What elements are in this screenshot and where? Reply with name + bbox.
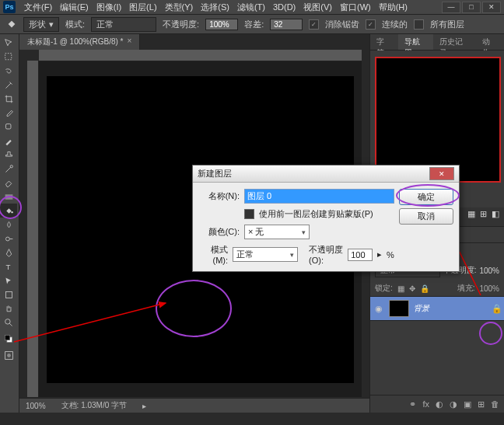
lock-pixels-icon[interactable]: ▦ — [397, 284, 404, 293]
tolerance-label: 容差: — [244, 19, 264, 30]
bucket-tool[interactable] — [0, 204, 17, 218]
dialog-titlebar[interactable]: 新建图层 ✕ — [193, 165, 459, 183]
svg-rect-0 — [5, 53, 11, 59]
minimize-button[interactable]: — — [442, 2, 460, 13]
dialog-close-button[interactable]: ✕ — [429, 167, 454, 180]
svg-text:T: T — [5, 262, 10, 270]
wand-tool[interactable] — [0, 78, 17, 92]
move-tool[interactable] — [0, 36, 17, 50]
menu-filter[interactable]: 滤镜(T) — [233, 2, 269, 13]
bucket-tool-icon — [6, 19, 17, 30]
history-brush-tool[interactable] — [0, 162, 17, 176]
mode-label: 模式: — [65, 19, 85, 30]
menu-select[interactable]: 选择(S) — [197, 2, 233, 13]
zoom-tool[interactable] — [0, 315, 17, 329]
dialog-mode-dropdown[interactable]: 正常 — [233, 247, 298, 262]
lock-position-icon[interactable]: ✥ — [409, 284, 415, 293]
tolerance-field[interactable]: 32 — [270, 19, 303, 30]
menu-layer[interactable]: 图层(L) — [125, 2, 160, 13]
trash-icon[interactable]: 🗑 — [491, 399, 499, 409]
panel-icon[interactable]: ⊞ — [480, 209, 487, 225]
layer-thumbnail[interactable] — [389, 300, 409, 317]
tab-history[interactable]: 历史记录 — [433, 34, 476, 50]
adjustment-layer-icon[interactable]: ◑ — [450, 399, 457, 409]
mode-dropdown[interactable]: 正常 — [91, 17, 156, 32]
layer-fx-icon[interactable]: fx — [422, 399, 429, 409]
brush-tool[interactable] — [0, 134, 17, 148]
link-layers-icon[interactable]: ⚭ — [409, 399, 416, 409]
heal-tool[interactable] — [0, 120, 17, 134]
layer-name-input[interactable]: 图层 0 — [244, 189, 394, 204]
lasso-tool[interactable] — [0, 64, 17, 78]
app-logo: Ps — [3, 1, 16, 13]
path-tool[interactable] — [0, 273, 17, 287]
menu-view[interactable]: 视图(V) — [299, 2, 336, 13]
zoom-display[interactable]: 100% — [26, 402, 46, 410]
fill-type-dropdown[interactable]: 形状 ▾ — [23, 17, 59, 32]
docinfo-display: 文档: 1.03M/0 字节 — [61, 400, 127, 411]
mode-field-label: 模式(M): — [201, 244, 228, 265]
close-window-button[interactable]: ✕ — [482, 2, 501, 13]
quickmask-tool[interactable] — [0, 348, 17, 362]
dialog-title-label: 新建图层 — [198, 168, 232, 179]
hand-tool[interactable] — [0, 301, 17, 315]
new-layer-icon[interactable]: ⊞ — [478, 399, 485, 409]
clipmask-checkbox[interactable] — [244, 209, 254, 219]
lock-all-icon[interactable]: 🔒 — [420, 284, 429, 293]
dialog-opacity-input[interactable]: 100 — [348, 249, 373, 261]
color-dropdown[interactable]: × 无 — [244, 225, 310, 239]
panel-icon[interactable]: ▦ — [467, 209, 475, 225]
fill-value[interactable]: 100% — [479, 284, 499, 293]
menu-file[interactable]: 文件(F) — [20, 2, 56, 13]
tab-character[interactable]: 字符 — [370, 34, 398, 50]
panel-icon[interactable]: ◧ — [492, 209, 499, 225]
tab-actions[interactable]: 动作 — [476, 34, 504, 50]
folder-icon[interactable]: ▣ — [464, 399, 471, 409]
svg-point-8 — [5, 319, 10, 324]
shape-tool[interactable] — [0, 287, 17, 301]
menu-3d[interactable]: 3D(D) — [269, 2, 299, 12]
menu-edit[interactable]: 编辑(E) — [56, 2, 93, 13]
svg-rect-1 — [5, 124, 11, 129]
cancel-button[interactable]: 取消 — [399, 208, 453, 225]
layer-name-label[interactable]: 背景 — [414, 303, 487, 314]
statusbar-chevron-icon[interactable]: ▸ — [142, 402, 146, 410]
gradient-tool[interactable] — [0, 190, 17, 204]
visibility-toggle-icon[interactable]: ◉ — [373, 304, 384, 314]
svg-point-2 — [10, 165, 12, 167]
menu-window[interactable]: 窗口(W) — [336, 2, 375, 13]
navigator-preview[interactable] — [375, 57, 501, 183]
eyedropper-tool[interactable] — [0, 106, 17, 120]
alllayers-checkbox[interactable] — [414, 19, 424, 30]
document-tab-close-icon[interactable]: × — [128, 37, 132, 47]
crop-tool[interactable] — [0, 92, 17, 106]
contiguous-checkbox[interactable]: ✓ — [366, 19, 376, 30]
marquee-tool[interactable] — [0, 50, 17, 64]
stamp-tool[interactable] — [0, 148, 17, 162]
menu-type[interactable]: 类型(Y) — [161, 2, 198, 13]
tab-navigator[interactable]: 导航器 — [398, 34, 433, 50]
document-tab[interactable]: 未标题-1 @ 100%(RGB/8) * × — [19, 34, 140, 50]
svg-rect-10 — [5, 335, 10, 340]
eraser-tool[interactable] — [0, 176, 17, 190]
layer-row-background[interactable]: ◉ 背景 🔒 — [370, 297, 504, 321]
type-tool[interactable]: T — [0, 260, 17, 273]
alllayers-label: 所有图层 — [430, 19, 464, 30]
pen-tool[interactable] — [0, 246, 17, 260]
ok-button[interactable]: 确定 — [399, 189, 453, 205]
blur-tool[interactable] — [0, 218, 17, 232]
name-field-label: 名称(N): — [201, 190, 240, 202]
menu-help[interactable]: 帮助(H) — [375, 2, 411, 13]
options-bar: 形状 ▾ 模式: 正常 不透明度: 100% 容差: 32 ✓消除锯齿 ✓连续的… — [0, 15, 504, 34]
dodge-tool[interactable] — [0, 232, 17, 246]
opacity-field[interactable]: 100% — [205, 19, 238, 30]
maximize-button[interactable]: □ — [462, 2, 481, 13]
menubar: Ps 文件(F) 编辑(E) 图像(I) 图层(L) 类型(Y) 选择(S) 滤… — [0, 0, 504, 15]
menu-image[interactable]: 图像(I) — [93, 2, 125, 13]
toolbox: T — [0, 34, 19, 413]
color-swatch[interactable] — [0, 329, 17, 348]
layer-mask-icon[interactable]: ◐ — [436, 399, 443, 409]
layers-footer: ⚭ fx ◐ ◑ ▣ ⊞ 🗑 — [370, 395, 504, 413]
layer-opacity-value[interactable]: 100% — [479, 266, 499, 275]
antialias-checkbox[interactable]: ✓ — [309, 19, 319, 30]
